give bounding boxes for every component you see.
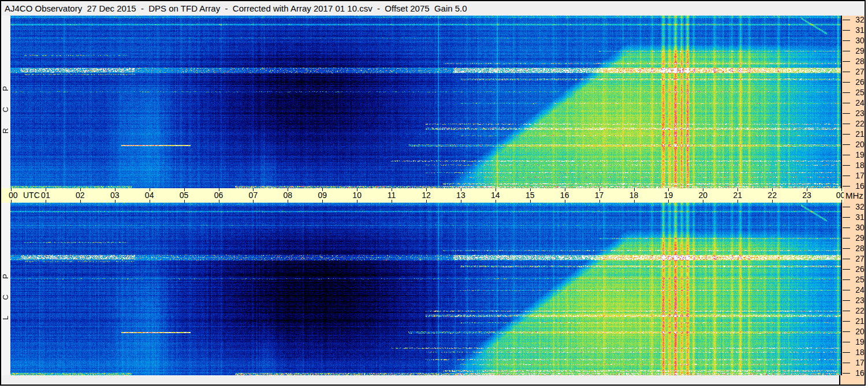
hour-label: 15 [526, 191, 535, 199]
freq-tick [843, 352, 850, 353]
hour-label: 10 [352, 191, 362, 199]
utc-label: UTC [23, 191, 40, 199]
hour-label: 11 [388, 191, 396, 199]
bottom-strip-left [1, 375, 839, 386]
freq-tick [843, 217, 850, 218]
page-title: AJ4CO Observatory 27 Dec 2015 - DPS on T… [5, 3, 467, 13]
freq-tick [843, 331, 850, 332]
lcp-panel-row: LCP 3231302928272625242322212019181716 [1, 203, 865, 375]
hour-label: 19 [664, 191, 673, 199]
freq-label: 16 [851, 369, 865, 377]
freq-label: 17 [851, 359, 865, 367]
hour-label: 21 [733, 191, 742, 199]
freq-tick [843, 207, 850, 207]
freq-label: 21 [851, 317, 865, 325]
hour-label: 18 [629, 191, 639, 199]
freq-label: 29 [851, 234, 865, 242]
freq-label: 17 [851, 171, 865, 180]
hour-tick [357, 200, 357, 203]
hour-tick [461, 200, 461, 203]
hour-label: 22 [768, 191, 777, 199]
freq-tick [843, 279, 850, 280]
freq-label: 18 [851, 348, 865, 356]
rcp-spectrogram-canvas [10, 16, 841, 188]
freq-tick [843, 40, 850, 41]
freq-tick [843, 144, 850, 145]
hour-tick [219, 200, 219, 203]
freq-tick [843, 342, 850, 342]
hour-label: 13 [456, 191, 465, 199]
lcp-label-text: LCP [1, 258, 10, 320]
hour-tick [322, 200, 323, 203]
freq-tick [843, 238, 850, 238]
freq-tick [843, 51, 850, 51]
freq-label: 26 [851, 78, 865, 86]
freq-label: 30 [851, 36, 865, 44]
freq-tick [843, 134, 850, 135]
freq-tick [843, 290, 850, 290]
freq-label: 20 [851, 140, 865, 148]
hour-tick [80, 200, 81, 203]
freq-tick [843, 186, 850, 186]
hour-label: 16 [560, 191, 569, 199]
hour-tick [426, 200, 427, 203]
freq-label: 19 [851, 151, 865, 159]
freq-label: 27 [851, 68, 865, 76]
time-axis: MHz 000102030405060708091011121314151617… [1, 188, 865, 203]
freq-label: 16 [851, 182, 865, 190]
freq-tick [843, 82, 850, 83]
freq-scale-rcp: 3231302928272625242322212019181716 [842, 16, 865, 188]
freq-tick [843, 124, 850, 124]
hour-tick [288, 200, 288, 203]
freq-tick [843, 165, 850, 166]
rcp-polarization-label: RCP [1, 16, 10, 188]
freq-tick [843, 259, 850, 259]
freq-label: 28 [851, 244, 865, 252]
hour-label: 07 [249, 191, 258, 199]
freq-label: 26 [851, 265, 865, 273]
freq-label: 23 [851, 296, 865, 304]
freq-label: 24 [851, 99, 865, 107]
hour-tick [565, 200, 565, 203]
freq-label: 31 [851, 26, 865, 34]
mhz-label: MHz [845, 191, 863, 200]
hour-label: 12 [422, 191, 431, 199]
freq-tick [843, 103, 850, 103]
hour-label: 06 [214, 191, 223, 199]
freq-label: 19 [851, 338, 865, 346]
freq-tick [843, 269, 850, 270]
hour-tick [184, 200, 185, 203]
freq-label: 21 [851, 130, 865, 138]
bottom-strip [1, 375, 865, 386]
hour-label: 23 [802, 191, 811, 199]
freq-label: 25 [851, 275, 865, 283]
freq-tick [843, 155, 850, 155]
freq-label: 27 [851, 255, 865, 263]
hour-label: 04 [145, 191, 154, 199]
hour-label: 05 [180, 191, 189, 199]
freq-label: 23 [851, 109, 865, 117]
hour-tick [115, 200, 116, 203]
hour-label: 17 [595, 191, 604, 199]
hour-label: 00 [9, 191, 18, 199]
freq-label: 32 [851, 203, 865, 211]
freq-label: 28 [851, 57, 865, 65]
freq-label: 29 [851, 47, 865, 55]
hour-tick [668, 200, 669, 203]
lcp-polarization-label: LCP [1, 203, 10, 375]
hour-tick [11, 200, 12, 203]
hour-tick [46, 200, 46, 203]
freq-tick [843, 300, 850, 301]
freq-label: 18 [851, 161, 865, 169]
freq-label: 31 [851, 213, 865, 221]
freq-tick [843, 61, 850, 62]
freq-tick [843, 72, 850, 72]
freq-tick [843, 311, 850, 311]
freq-tick [843, 30, 850, 31]
hour-label: 14 [491, 191, 500, 199]
freq-tick [843, 176, 850, 176]
hour-tick [772, 200, 773, 203]
hour-tick [634, 200, 635, 203]
freq-label: 32 [851, 16, 865, 24]
hour-label: 01 [41, 191, 50, 199]
